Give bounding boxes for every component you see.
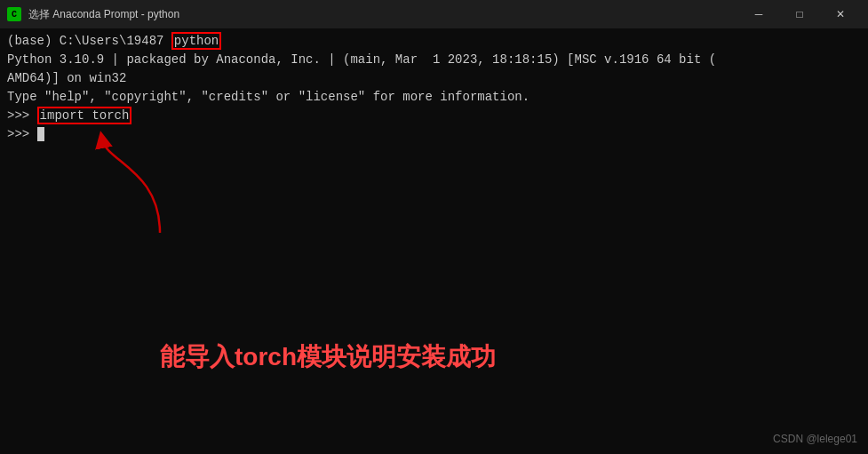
title-bar-controls: ─ □ ✕ xyxy=(738,0,861,28)
cursor xyxy=(37,127,44,141)
terminal-line-3: AMD64)] on win32 xyxy=(7,69,861,88)
title-bar-left: C 选择 Anaconda Prompt - python xyxy=(7,7,179,22)
import-torch-highlight: import torch xyxy=(37,107,132,124)
terminal-line-2: Python 3.10.9 | packaged by Anaconda, In… xyxy=(7,51,861,69)
maximize-button[interactable]: □ xyxy=(779,0,820,28)
window: C 选择 Anaconda Prompt - python ─ □ ✕ (bas… xyxy=(0,0,868,454)
terminal-line-5: >>> import torch xyxy=(7,107,861,125)
terminal-line-1: (base) C:\Users\19487 python xyxy=(7,32,861,51)
minimize-button[interactable]: ─ xyxy=(738,0,779,28)
app-icon: C xyxy=(7,7,21,21)
terminal-body[interactable]: (base) C:\Users\19487 python Python 3.10… xyxy=(0,28,868,454)
annotation-text: 能导入torch模块说明安装成功 xyxy=(160,339,496,374)
title-bar: C 选择 Anaconda Prompt - python ─ □ ✕ xyxy=(0,0,868,28)
python-highlight: python xyxy=(171,32,221,50)
title-bar-text: 选择 Anaconda Prompt - python xyxy=(28,7,179,22)
close-button[interactable]: ✕ xyxy=(820,0,861,28)
watermark: CSDN @lelege01 xyxy=(773,432,857,447)
terminal-line-4: Type "help", "copyright", "credits" or "… xyxy=(7,88,861,107)
terminal-line-6: >>> xyxy=(7,125,861,144)
